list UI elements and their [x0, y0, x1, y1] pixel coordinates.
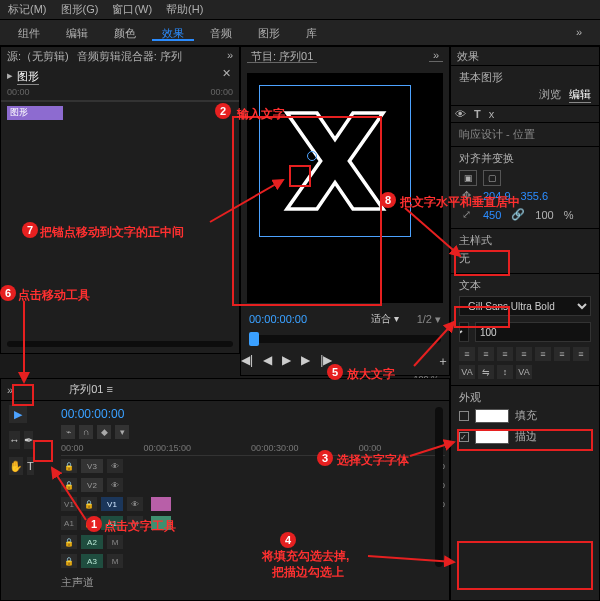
tab-edit[interactable]: 编辑 [569, 87, 591, 103]
audio-clip[interactable] [151, 516, 171, 530]
source-track-item[interactable]: 图形 [7, 106, 63, 120]
src-v1[interactable]: V1 [61, 497, 77, 511]
track-v3[interactable]: V3 [81, 459, 103, 473]
kerning-icon[interactable]: ⇋ [478, 365, 494, 379]
align-v-center-button[interactable]: ▢ [483, 170, 501, 186]
leading-icon[interactable]: ↕ [497, 365, 513, 379]
overflow-icon[interactable]: » [566, 24, 592, 41]
pos-y-field[interactable]: 355.6 [521, 190, 549, 202]
menu-graphics[interactable]: 图形(G) [61, 2, 99, 17]
program-timecode[interactable]: 00:00:00:00 [249, 313, 307, 325]
pos-x-field[interactable]: 204.9 [483, 190, 511, 202]
mute-icon[interactable]: M [107, 554, 123, 568]
wrench-icon[interactable]: ▾ [115, 425, 129, 439]
hand-tool[interactable]: ✋ [9, 457, 23, 475]
selection-tool[interactable]: ▶ [9, 405, 27, 423]
fill-swatch[interactable] [475, 409, 509, 423]
align-justify-icon[interactable]: ≡ [516, 347, 532, 361]
eye-icon[interactable]: 👁 [107, 459, 123, 473]
track-v1[interactable]: V1 [101, 497, 123, 511]
mark-in-icon[interactable]: ◀| [241, 353, 253, 370]
ws-tab[interactable]: 组件 [8, 24, 50, 41]
program-tab[interactable]: 节目: 序列01 [247, 50, 317, 63]
scrollbar[interactable] [7, 341, 233, 347]
stroke-checkbox[interactable] [459, 432, 469, 442]
overflow-icon[interactable]: » [429, 49, 443, 62]
eye-icon[interactable]: 👁 [107, 478, 123, 492]
tracking-icon[interactable]: VA [459, 365, 475, 379]
lock-icon[interactable]: 🔒 [61, 478, 77, 492]
ws-tab[interactable]: 图形 [248, 24, 290, 41]
stroke-swatch[interactable] [475, 430, 509, 444]
lock-icon[interactable]: 🔒 [81, 497, 97, 511]
program-view[interactable] [247, 73, 443, 303]
lock-icon[interactable]: 🔒 [61, 459, 77, 473]
mark-out-icon[interactable]: |▶ [320, 353, 332, 370]
panel-overflow-icon[interactable]: » [7, 384, 13, 396]
playhead-slider[interactable] [249, 335, 441, 343]
layer-tab-graphics[interactable]: 图形 [17, 69, 39, 85]
overflow-icon[interactable]: » [227, 49, 233, 65]
pen-tool[interactable]: ✒ [24, 431, 33, 449]
layer-name[interactable]: x [489, 108, 495, 120]
align-right-icon[interactable]: ≡ [497, 347, 513, 361]
text-layer-icon[interactable]: T [474, 108, 481, 120]
link-icon[interactable]: ∩ [79, 425, 93, 439]
ripple-tool[interactable]: ↔ [9, 431, 20, 449]
mute-icon[interactable]: M [127, 516, 143, 530]
video-clip[interactable] [151, 497, 171, 511]
step-fwd-icon[interactable]: ▶ [301, 353, 310, 370]
source-track-area[interactable]: 图形 [1, 101, 239, 331]
fill-checkbox[interactable] [459, 411, 469, 421]
master-style-value[interactable]: 无 [459, 252, 470, 264]
zoom-fit-dropdown[interactable]: 适合 ▾ [371, 312, 399, 326]
font-weight-select[interactable]: Regular [459, 322, 469, 342]
type-tool[interactable]: T [27, 457, 34, 475]
src-a1[interactable]: A1 [61, 516, 77, 530]
track-a3[interactable]: A3 [81, 554, 103, 568]
scale-pct-field[interactable]: 100 [535, 209, 553, 221]
ws-tab[interactable]: 编辑 [56, 24, 98, 41]
snap-icon[interactable]: ⌁ [61, 425, 75, 439]
font-size-field[interactable] [475, 322, 591, 342]
lock-icon[interactable]: 🔒 [61, 554, 77, 568]
align-left-icon[interactable]: ≡ [459, 347, 475, 361]
align-h-center-button[interactable]: ▣ [459, 170, 477, 186]
resolution-dropdown[interactable]: 1/2 ▾ [417, 313, 441, 326]
pct-label: % [564, 209, 574, 221]
close-icon[interactable]: ✕ [222, 67, 231, 80]
ws-tab[interactable]: 库 [296, 24, 327, 41]
add-marker-icon[interactable]: ＋ [437, 353, 449, 370]
eye-icon[interactable]: 👁 [455, 108, 466, 120]
baseline-icon[interactable]: VA [516, 365, 532, 379]
track-a1[interactable]: A1 [101, 516, 123, 530]
ws-tab[interactable]: 颜色 [104, 24, 146, 41]
ws-tab-active[interactable]: 效果 [152, 24, 194, 41]
time-ruler[interactable]: 00:00 00:00:15:00 00:00:30:00 00:00 [61, 441, 445, 456]
scale-field[interactable]: 450 [483, 209, 501, 221]
tab-browse[interactable]: 浏览 [539, 87, 561, 103]
step-back-icon[interactable]: ◀ [263, 353, 272, 370]
lock-icon[interactable]: 🔒 [61, 535, 77, 549]
ws-tab[interactable]: 音频 [200, 24, 242, 41]
mute-icon[interactable]: M [107, 535, 123, 549]
selection-bbox[interactable] [259, 85, 411, 237]
link-icon[interactable]: 🔗 [511, 208, 525, 221]
menu-mark[interactable]: 标记(M) [8, 2, 47, 17]
menu-help[interactable]: 帮助(H) [166, 2, 203, 17]
marker-icon[interactable]: ◆ [97, 425, 111, 439]
track-v2[interactable]: V2 [81, 478, 103, 492]
play-icon[interactable]: ▶ [282, 353, 291, 370]
align-mid-icon[interactable]: ≡ [554, 347, 570, 361]
lock-icon[interactable]: 🔒 [81, 516, 97, 530]
align-top-icon[interactable]: ≡ [535, 347, 551, 361]
font-family-select[interactable]: Gill Sans Ultra Bold [459, 296, 591, 316]
menu-window[interactable]: 窗口(W) [112, 2, 152, 17]
align-bot-icon[interactable]: ≡ [573, 347, 589, 361]
sequence-tab[interactable]: 序列01 ≡ [69, 382, 113, 397]
chevron-right-icon[interactable]: ▸ [7, 69, 13, 85]
track-a2[interactable]: A2 [81, 535, 103, 549]
timeline-timecode[interactable]: 00:00:00:00 [61, 405, 445, 423]
align-center-icon[interactable]: ≡ [478, 347, 494, 361]
eye-icon[interactable]: 👁 [127, 497, 143, 511]
